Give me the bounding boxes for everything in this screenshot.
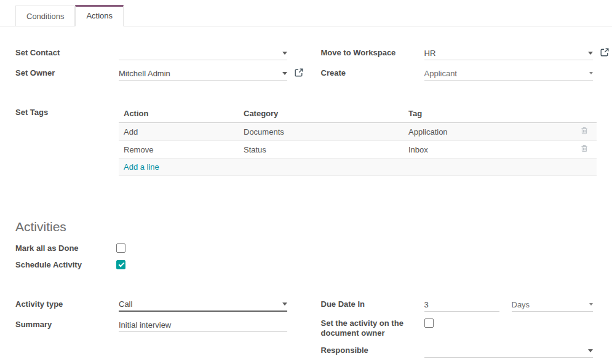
chevron-down-icon: [588, 349, 593, 352]
set-activity-on-owner-row: Set the activity on the document owner: [321, 318, 597, 338]
set-contact-label: Set Contact: [15, 46, 119, 57]
summary-row: Summary Initial interview: [15, 318, 292, 333]
mark-all-done-row: Mark all as Done: [15, 243, 597, 253]
responsible-field[interactable]: [424, 344, 593, 358]
column-header-action: Action: [119, 106, 239, 123]
activity-type-row: Activity type Call: [15, 298, 292, 312]
add-line-row: Add a line: [119, 159, 597, 176]
set-contact-field[interactable]: [119, 46, 287, 60]
schedule-activity-label: Schedule Activity: [15, 260, 116, 269]
column-header-category: Category: [239, 106, 403, 123]
set-owner-field[interactable]: Mitchell Admin: [119, 66, 287, 81]
external-link-icon[interactable]: [295, 68, 303, 77]
actions-tab-content: Set Contact Set Owner Mitchell Admin: [0, 26, 612, 364]
responsible-row: Responsible: [321, 344, 597, 358]
summary-label: Summary: [15, 318, 119, 329]
move-to-workspace-value: HR: [424, 49, 584, 58]
set-contact-row: Set Contact: [15, 46, 292, 61]
table-row: Remove Status Inbox: [119, 141, 597, 159]
cell-action[interactable]: Remove: [119, 141, 239, 159]
chevron-down-icon: [588, 52, 593, 55]
mark-all-done-checkbox[interactable]: [116, 243, 125, 253]
set-activity-on-owner-label: Set the activity on the document owner: [321, 318, 413, 338]
create-row: Create Applicant: [321, 66, 597, 81]
due-date-in-label: Due Date In: [321, 298, 424, 309]
create-label: Create: [321, 66, 424, 77]
summary-input[interactable]: Initial interview: [119, 318, 287, 332]
activities-heading: Activities: [15, 220, 597, 234]
due-date-in-input[interactable]: 3: [424, 298, 499, 312]
table-row: Add Documents Application: [119, 123, 597, 141]
chevron-down-icon: [589, 72, 593, 74]
mark-all-done-label: Mark all as Done: [15, 243, 116, 253]
external-link-icon[interactable]: [600, 48, 609, 57]
cell-action[interactable]: Add: [119, 123, 239, 141]
cell-tag[interactable]: Inbox: [403, 141, 572, 159]
due-date-unit-select[interactable]: Days: [512, 298, 593, 312]
due-date-in-row: Due Date In 3 Days: [321, 298, 597, 312]
schedule-activity-checkbox[interactable]: [116, 260, 125, 269]
tab-bar: Conditions Actions: [0, 0, 612, 26]
cell-category[interactable]: Status: [239, 141, 403, 159]
set-tags-table: Action Category Tag Add Documents Applic…: [119, 106, 597, 176]
tab-actions[interactable]: Actions: [75, 5, 124, 26]
activity-type-label: Activity type: [15, 298, 119, 309]
due-date-in-value: 3: [424, 300, 499, 309]
move-to-workspace-label: Move to Workspace: [321, 46, 424, 57]
trash-icon[interactable]: [581, 127, 588, 135]
create-value: Applicant: [424, 69, 586, 78]
set-owner-value: Mitchell Admin: [119, 69, 279, 78]
cell-tag[interactable]: Application: [403, 123, 572, 141]
column-header-delete: [572, 106, 597, 123]
move-to-workspace-row: Move to Workspace HR: [321, 46, 597, 61]
cell-category[interactable]: Documents: [239, 123, 403, 141]
summary-value: Initial interview: [119, 320, 287, 330]
add-a-line-link[interactable]: Add a line: [124, 162, 159, 172]
set-owner-label: Set Owner: [15, 66, 119, 77]
create-select[interactable]: Applicant: [424, 66, 593, 81]
column-header-tag: Tag: [403, 106, 572, 123]
set-tags-label: Set Tags: [15, 106, 119, 176]
schedule-activity-row: Schedule Activity: [15, 260, 597, 269]
set-owner-row: Set Owner Mitchell Admin: [15, 66, 292, 81]
activity-type-value: Call: [119, 299, 279, 309]
set-activity-on-owner-checkbox[interactable]: [424, 318, 434, 328]
due-date-unit-value: Days: [512, 300, 586, 309]
tab-conditions[interactable]: Conditions: [15, 6, 75, 26]
chevron-down-icon: [282, 52, 287, 55]
activity-type-field[interactable]: Call: [119, 298, 287, 312]
chevron-down-icon: [589, 303, 593, 306]
trash-icon[interactable]: [581, 144, 588, 152]
set-tags-section: Set Tags Action Category Tag Add Documen…: [15, 106, 597, 176]
responsible-label: Responsible: [321, 344, 424, 355]
chevron-down-icon: [282, 72, 287, 75]
table-header-row: Action Category Tag: [119, 106, 597, 123]
move-to-workspace-field[interactable]: HR: [424, 46, 593, 60]
chevron-down-icon: [282, 303, 287, 306]
